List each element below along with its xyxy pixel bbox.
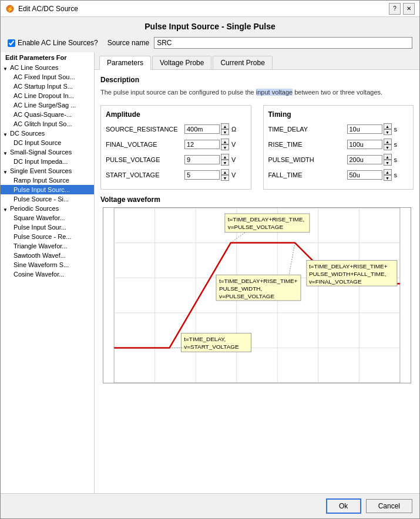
sidebar-item-dc-impedance[interactable]: DC Input Impeda...: [1, 157, 94, 166]
param-input-start-voltage: ▲ ▼ V: [184, 169, 236, 181]
sidebar-item-ac-surge[interactable]: AC Line Surge/Sag ...: [1, 100, 94, 110]
timing-title: Timing: [268, 110, 409, 119]
sidebar-item-ac-quasi[interactable]: AC Quasi-Square-...: [1, 110, 94, 119]
param-unit-time-delay: s: [394, 126, 398, 133]
sidebar-item-ac-fixed[interactable]: AC Fixed Input Sou...: [1, 72, 94, 82]
sidebar-item-square[interactable]: Square Wavefor...: [1, 213, 94, 223]
param-label-time-delay: TIME_DELAY: [268, 126, 345, 133]
spin-down-final-voltage[interactable]: ▼: [221, 144, 229, 150]
param-label-start-voltage: START_VOLTAGE: [106, 171, 182, 178]
param-field-rise-time[interactable]: [347, 140, 382, 149]
spin-down-pulse-width[interactable]: ▼: [384, 160, 392, 166]
description-text: The pulse input source can be configured…: [100, 86, 414, 98]
sidebar-item-ac-glitch[interactable]: AC Glitch Input So...: [1, 119, 94, 129]
spin-down-pulse-voltage[interactable]: ▼: [221, 160, 229, 166]
tab-voltage-probe[interactable]: Voltage Probe: [152, 56, 211, 69]
sidebar-group-label-ss: Small-Signal Sources: [10, 149, 72, 156]
param-row-rise-time: RISE_TIME ▲ ▼ s: [268, 139, 409, 150]
spin-pulse-voltage: ▲ ▼: [221, 154, 229, 166]
sidebar-header: Edit Parameters For: [1, 52, 94, 63]
param-row-start-voltage: START_VOLTAGE ▲ ▼ V: [106, 169, 246, 181]
tab-content-parameters: Description The pulse input source can b…: [95, 70, 419, 493]
waveform-section: Voltage waveform: [100, 196, 414, 383]
param-unit-final-voltage: V: [231, 141, 236, 148]
sidebar-item-cosine[interactable]: Cosine Wavefor...: [1, 269, 94, 279]
sidebar-item-triangle[interactable]: Triangle Wavefor...: [1, 241, 94, 251]
sidebar-item-sine[interactable]: Sine Waveform S...: [1, 260, 94, 269]
param-unit-pulse-voltage: V: [231, 156, 236, 163]
sidebar-item-pulse-periodic[interactable]: Pulse Input Sour...: [1, 223, 94, 232]
param-row-final-voltage: FINAL_VOLTAGE ▲ ▼ V: [106, 139, 246, 150]
source-name-input[interactable]: [154, 37, 412, 49]
ok-button[interactable]: Ok: [326, 498, 361, 514]
spin-up-pulse-width[interactable]: ▲: [384, 154, 392, 160]
spin-up-source-resistance[interactable]: ▲: [221, 123, 229, 129]
sidebar-group-header-dc[interactable]: DC Sources: [1, 129, 94, 138]
amplitude-col: Amplitude SOURCE_RESISTANCE ▲ ▼ Ω: [100, 105, 251, 190]
waveform-svg: t=TIME_DELAY+RISE_TIME, v=PULSE_VOLTAGE …: [103, 208, 411, 383]
param-unit-source-resistance: Ω: [231, 126, 236, 133]
sidebar-item-ac-startup[interactable]: AC Startup Input S...: [1, 82, 94, 91]
close-button[interactable]: ✕: [403, 3, 415, 15]
svg-text:v=PULSE_VOLTAGE: v=PULSE_VOLTAGE: [228, 224, 284, 230]
svg-text:v=PULSE_VOLTAGE: v=PULSE_VOLTAGE: [219, 293, 275, 299]
sidebar-group-header-small-signal[interactable]: Small-Signal Sources: [1, 147, 94, 157]
spin-up-time-delay[interactable]: ▲: [384, 123, 392, 129]
param-field-pulse-voltage[interactable]: [184, 155, 220, 164]
param-label-fall-time: FALL_TIME: [268, 171, 345, 178]
sidebar-item-ramp[interactable]: Ramp Input Source: [1, 176, 94, 185]
spin-down-source-resistance[interactable]: ▼: [221, 129, 229, 135]
spin-up-pulse-voltage[interactable]: ▲: [221, 154, 229, 160]
spin-down-rise-time[interactable]: ▼: [384, 144, 392, 150]
amplitude-title: Amplitude: [106, 110, 246, 119]
spin-rise-time: ▲ ▼: [384, 139, 392, 150]
tab-bar: Parameters Voltage Probe Current Probe: [95, 52, 419, 70]
description-title: Description: [100, 76, 414, 84]
sidebar-item-pulse-source-si[interactable]: Pulse Source - Si...: [1, 194, 94, 204]
spin-down-time-delay[interactable]: ▼: [384, 129, 392, 135]
spin-up-rise-time[interactable]: ▲: [384, 139, 392, 144]
sidebar-group-dc: DC Sources DC Input Source: [1, 129, 94, 147]
sidebar-item-pulse-re[interactable]: Pulse Source - Re...: [1, 232, 94, 241]
param-input-pulse-width: ▲ ▼ s: [347, 154, 398, 166]
param-row-fall-time: FALL_TIME ▲ ▼ s: [268, 169, 409, 181]
help-button[interactable]: ?: [389, 3, 401, 15]
sidebar-group-header-ac-line[interactable]: AC Line Sources: [1, 63, 94, 72]
source-name-label: Source name: [107, 39, 149, 47]
param-label-pulse-voltage: PULSE_VOLTAGE: [106, 156, 182, 163]
spin-up-start-voltage[interactable]: ▲: [221, 169, 229, 175]
param-field-final-voltage[interactable]: [184, 140, 220, 149]
param-field-source-resistance[interactable]: [184, 124, 220, 134]
sidebar-item-dc-input[interactable]: DC Input Source: [1, 138, 94, 147]
enable-checkbox-label[interactable]: Enable AC Line Sources?: [8, 39, 98, 47]
svg-text:t=TIME_DELAY,: t=TIME_DELAY,: [184, 336, 226, 342]
sidebar-item-pulse-input[interactable]: Pulse Input Sourc...: [1, 185, 94, 194]
tab-current-probe[interactable]: Current Probe: [213, 56, 272, 69]
param-unit-pulse-width: s: [394, 156, 398, 163]
timing-col: Timing TIME_DELAY ▲ ▼ s: [263, 105, 414, 190]
tab-parameters[interactable]: Parameters: [99, 56, 151, 70]
param-field-time-delay[interactable]: [347, 124, 382, 134]
spin-start-voltage: ▲ ▼: [221, 169, 229, 181]
sidebar-item-ac-dropout[interactable]: AC Line Dropout In...: [1, 91, 94, 100]
param-label-pulse-width: PULSE_WIDTH: [268, 156, 345, 163]
sidebar-group-label-ac-line: AC Line Sources: [10, 64, 59, 71]
param-field-start-voltage[interactable]: [184, 170, 220, 180]
spin-up-fall-time[interactable]: ▲: [384, 169, 392, 175]
spin-down-fall-time[interactable]: ▼: [384, 175, 392, 181]
title-bar: ⚡ Edit AC/DC Source ? ✕: [1, 1, 419, 17]
source-name-row: Enable AC Line Sources? Source name: [1, 35, 419, 52]
param-field-pulse-width[interactable]: [347, 155, 382, 164]
spin-up-final-voltage[interactable]: ▲: [221, 139, 229, 144]
param-input-time-delay: ▲ ▼ s: [347, 123, 398, 135]
param-field-fall-time[interactable]: [347, 170, 382, 180]
spin-pulse-width: ▲ ▼: [384, 154, 392, 166]
sidebar-group-header-periodic[interactable]: Periodic Sources: [1, 204, 94, 213]
sidebar-group-periodic: Periodic Sources Square Wavefor... Pulse…: [1, 204, 94, 279]
sidebar-group-header-single-event[interactable]: Single Event Sources: [1, 166, 94, 176]
sidebar-item-sawtooth[interactable]: Sawtooth Wavef...: [1, 251, 94, 260]
spin-down-start-voltage[interactable]: ▼: [221, 175, 229, 181]
param-input-fall-time: ▲ ▼ s: [347, 169, 398, 181]
enable-checkbox[interactable]: [8, 39, 15, 47]
cancel-button[interactable]: Cancel: [366, 499, 412, 513]
